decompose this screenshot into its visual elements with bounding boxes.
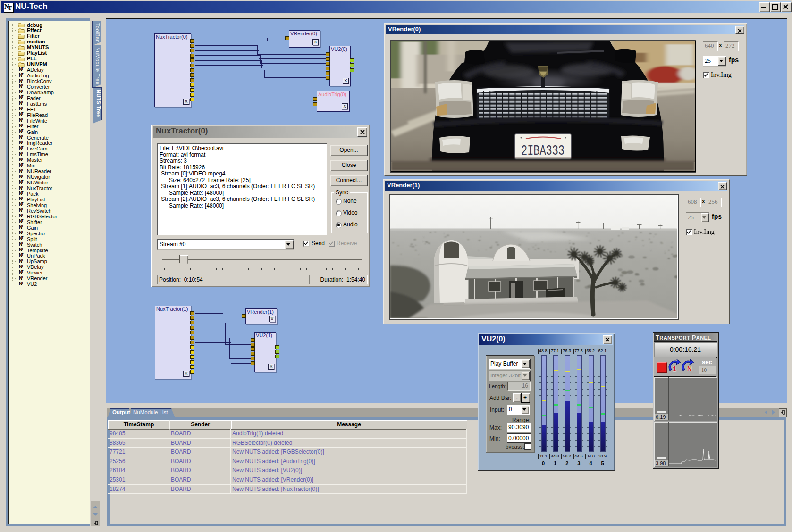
svg-text:2IBA333: 2IBA333: [521, 143, 565, 159]
